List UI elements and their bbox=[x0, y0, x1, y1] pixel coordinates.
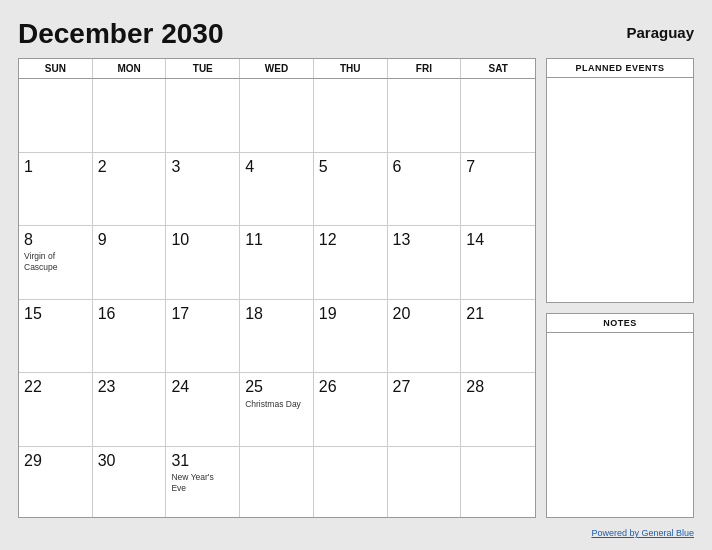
day-number: 14 bbox=[466, 230, 530, 249]
day-cell: 14 bbox=[461, 226, 535, 300]
event-text: New Year'sEve bbox=[171, 472, 234, 494]
day-cell bbox=[93, 79, 167, 153]
day-cell: 29 bbox=[19, 447, 93, 517]
day-number: 16 bbox=[98, 304, 161, 323]
wed-header: WED bbox=[240, 59, 314, 78]
day-cell: 4 bbox=[240, 153, 314, 227]
day-number: 2 bbox=[98, 157, 161, 176]
day-cell bbox=[388, 79, 462, 153]
day-cell bbox=[314, 447, 388, 517]
planned-events-content bbox=[547, 78, 693, 302]
notes-content bbox=[547, 333, 693, 517]
day-number: 4 bbox=[245, 157, 308, 176]
main-area: SUN MON TUE WED THU FRI SAT 1 bbox=[18, 58, 694, 518]
day-number: 29 bbox=[24, 451, 87, 470]
notes-box: NOTES bbox=[546, 313, 694, 518]
day-cell: 19 bbox=[314, 300, 388, 374]
day-cell: 24 bbox=[166, 373, 240, 447]
day-cell: 30 bbox=[93, 447, 167, 517]
day-cell: 5 bbox=[314, 153, 388, 227]
month-title: December 2030 bbox=[18, 18, 223, 50]
sun-header: SUN bbox=[19, 59, 93, 78]
sidebar: PLANNED EVENTS NOTES bbox=[546, 58, 694, 518]
day-number: 22 bbox=[24, 377, 87, 396]
day-cell: 22 bbox=[19, 373, 93, 447]
day-number: 31 bbox=[171, 451, 234, 470]
planned-events-title: PLANNED EVENTS bbox=[547, 59, 693, 78]
day-cell: 28 bbox=[461, 373, 535, 447]
footer: Powered by General Blue bbox=[18, 522, 694, 540]
day-number: 9 bbox=[98, 230, 161, 249]
day-number: 25 bbox=[245, 377, 308, 396]
day-number: 8 bbox=[24, 230, 87, 249]
day-cell bbox=[240, 447, 314, 517]
day-number: 28 bbox=[466, 377, 530, 396]
thu-header: THU bbox=[314, 59, 388, 78]
day-cell bbox=[314, 79, 388, 153]
day-cell: 15 bbox=[19, 300, 93, 374]
day-cell bbox=[461, 79, 535, 153]
mon-header: MON bbox=[93, 59, 167, 78]
sat-header: SAT bbox=[461, 59, 535, 78]
day-cell: 31 New Year'sEve bbox=[166, 447, 240, 517]
day-cell: 3 bbox=[166, 153, 240, 227]
day-cell: 7 bbox=[461, 153, 535, 227]
day-cell: 11 bbox=[240, 226, 314, 300]
page: December 2030 Paraguay SUN MON TUE WED T… bbox=[0, 0, 712, 550]
day-cell: 17 bbox=[166, 300, 240, 374]
day-cell bbox=[166, 79, 240, 153]
event-text: Christmas Day bbox=[245, 399, 308, 410]
country: Paraguay bbox=[626, 18, 694, 41]
day-headers: SUN MON TUE WED THU FRI SAT bbox=[19, 59, 535, 79]
day-number: 23 bbox=[98, 377, 161, 396]
day-number: 24 bbox=[171, 377, 234, 396]
day-cell: 8 Virgin ofCascupe bbox=[19, 226, 93, 300]
day-number: 13 bbox=[393, 230, 456, 249]
day-cell: 21 bbox=[461, 300, 535, 374]
day-cell: 10 bbox=[166, 226, 240, 300]
day-cell: 6 bbox=[388, 153, 462, 227]
calendar: SUN MON TUE WED THU FRI SAT 1 bbox=[18, 58, 536, 518]
day-cell: 26 bbox=[314, 373, 388, 447]
planned-events-box: PLANNED EVENTS bbox=[546, 58, 694, 303]
day-cell: 27 bbox=[388, 373, 462, 447]
day-cell: 12 bbox=[314, 226, 388, 300]
day-number: 11 bbox=[245, 230, 308, 249]
day-number: 21 bbox=[466, 304, 530, 323]
day-number: 18 bbox=[245, 304, 308, 323]
day-cell: 1 bbox=[19, 153, 93, 227]
day-cell bbox=[19, 79, 93, 153]
day-cell bbox=[461, 447, 535, 517]
calendar-grid: 1 2 3 4 5 6 7 bbox=[19, 79, 535, 517]
notes-title: NOTES bbox=[547, 314, 693, 333]
day-number: 17 bbox=[171, 304, 234, 323]
day-number: 5 bbox=[319, 157, 382, 176]
day-cell: 9 bbox=[93, 226, 167, 300]
event-text: Virgin ofCascupe bbox=[24, 251, 87, 273]
day-number: 6 bbox=[393, 157, 456, 176]
day-number: 19 bbox=[319, 304, 382, 323]
day-cell bbox=[240, 79, 314, 153]
day-number: 10 bbox=[171, 230, 234, 249]
day-number: 30 bbox=[98, 451, 161, 470]
day-number: 27 bbox=[393, 377, 456, 396]
day-cell: 20 bbox=[388, 300, 462, 374]
day-cell: 23 bbox=[93, 373, 167, 447]
day-number: 7 bbox=[466, 157, 530, 176]
day-cell: 2 bbox=[93, 153, 167, 227]
tue-header: TUE bbox=[166, 59, 240, 78]
day-cell: 16 bbox=[93, 300, 167, 374]
header: December 2030 Paraguay bbox=[18, 18, 694, 50]
fri-header: FRI bbox=[388, 59, 462, 78]
powered-by-link[interactable]: Powered by General Blue bbox=[591, 528, 694, 538]
day-number: 26 bbox=[319, 377, 382, 396]
day-cell: 25 Christmas Day bbox=[240, 373, 314, 447]
day-number: 15 bbox=[24, 304, 87, 323]
day-cell: 13 bbox=[388, 226, 462, 300]
day-cell: 18 bbox=[240, 300, 314, 374]
day-number: 20 bbox=[393, 304, 456, 323]
day-cell bbox=[388, 447, 462, 517]
day-number: 3 bbox=[171, 157, 234, 176]
day-number: 12 bbox=[319, 230, 382, 249]
day-number: 1 bbox=[24, 157, 87, 176]
